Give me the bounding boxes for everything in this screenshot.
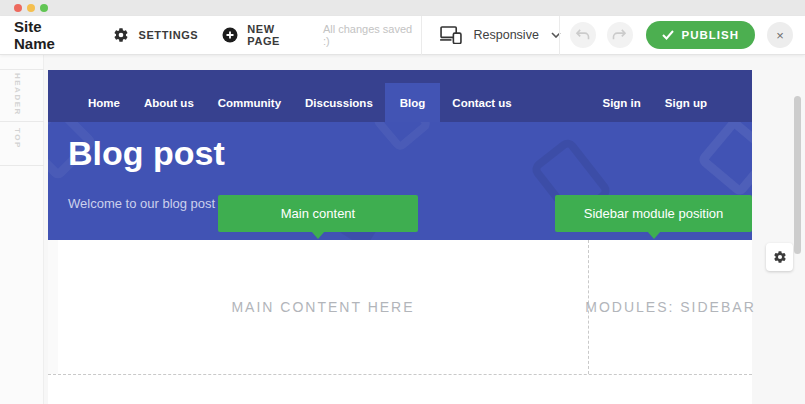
nav-item-contact-us[interactable]: Contact us [440,70,523,122]
undo-button[interactable] [570,22,596,48]
page-builder-window: Site Name SETTINGS NEW PAGE All changes … [0,0,805,404]
nav-item-about-us[interactable]: About us [132,70,206,122]
hero-section: Blog post Welcome to our blog post Main … [48,122,752,240]
window-titlebar [0,0,805,16]
publish-button[interactable]: PUBLISH [646,21,755,49]
pattern-chip-icon [696,122,752,198]
main-content-dropzone[interactable]: MAIN CONTENT HERE [58,240,588,374]
content-left-margin [48,240,58,374]
close-editor-button[interactable]: × [767,22,793,48]
close-icon: × [776,28,784,43]
window-zoom-dot[interactable] [40,4,48,12]
canvas-scrollbar-thumb[interactable] [794,96,801,254]
nav-item-sign-in[interactable]: Sign in [590,70,652,122]
sidebar-module-position-marker[interactable]: Sidebar module position [555,195,752,232]
gear-icon [113,27,129,43]
device-mode-value: Responsive [474,28,539,42]
section-settings-button[interactable] [766,243,793,271]
window-close-dot[interactable] [14,4,22,12]
nav-item-home[interactable]: Home [76,70,132,122]
check-icon [662,30,674,40]
sidebar-modules-placeholder: MODULES: SIDEBAR [585,299,755,315]
navbar-links: Home About us Community Discussions Blog… [76,70,524,122]
nav-item-discussions[interactable]: Discussions [293,70,385,122]
editor-toolbar: Site Name SETTINGS NEW PAGE All changes … [0,16,805,55]
site-navbar: Home About us Community Discussions Blog… [48,70,752,122]
nav-item-blog[interactable]: Blog [385,83,441,122]
new-page-label: NEW PAGE [247,23,310,47]
new-page-button[interactable]: NEW PAGE [222,23,310,47]
sidebar-modules-dropzone[interactable]: MODULES: SIDEBAR [588,240,752,374]
device-mode-dropdown[interactable]: Responsive [422,16,559,55]
gear-icon [773,250,787,264]
redo-button[interactable] [607,22,633,48]
section-gutter: HEADER TOP [0,55,44,404]
main-content-position-marker[interactable]: Main content [218,195,418,232]
gutter-divider [0,165,44,166]
responsive-devices-icon [440,26,462,44]
add-circle-icon [222,27,238,43]
gutter-divider [0,121,44,122]
settings-label: SETTINGS [138,29,198,41]
main-content-placeholder: MAIN CONTENT HERE [231,299,414,315]
hero-subtitle: Welcome to our blog post [68,196,215,211]
site-name-label: Site Name [14,18,85,52]
redo-arrow-icon [612,29,627,41]
undo-arrow-icon [575,29,590,41]
content-bottom-dashed-border [48,374,752,375]
section-label-top: TOP [13,128,22,149]
page-content-area: MAIN CONTENT HERE MODULES: SIDEBAR [48,240,752,404]
editor-canvas: HEADER TOP Home About us Community Discu… [0,55,805,404]
save-status-text: All changes saved :) [323,23,421,47]
nav-item-sign-up[interactable]: Sign up [653,70,719,122]
section-label-header: HEADER [13,73,22,116]
pattern-square-icon [371,122,433,153]
hero-title: Blog post [68,134,225,173]
window-minimize-dot[interactable] [27,4,35,12]
publish-label: PUBLISH [682,29,739,41]
gutter-divider [0,69,44,70]
toolbar-divider [559,16,560,55]
site-preview: Home About us Community Discussions Blog… [48,70,752,404]
navbar-auth-links: Sign in Sign up [590,70,752,122]
settings-button[interactable]: SETTINGS [113,27,198,43]
nav-item-community[interactable]: Community [206,70,293,122]
